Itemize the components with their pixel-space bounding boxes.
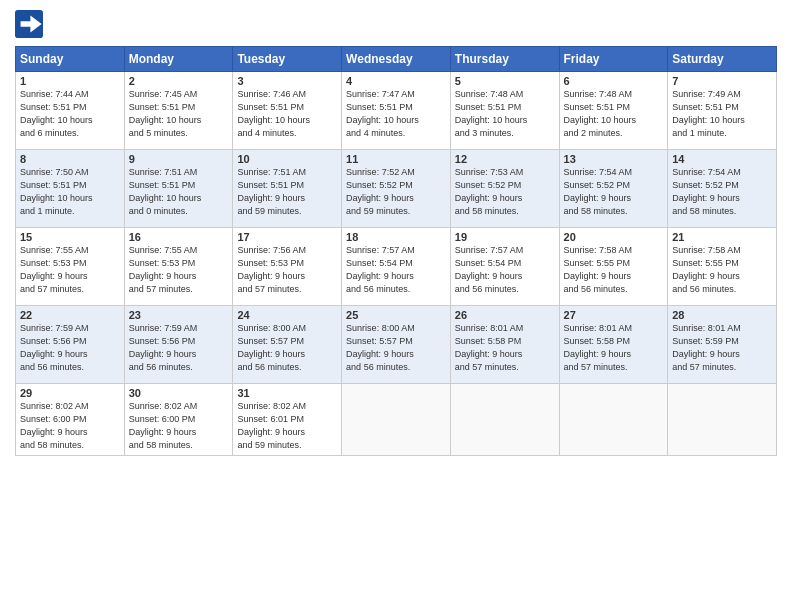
day-number: 29 (20, 387, 120, 399)
weekday-header: Wednesday (342, 47, 451, 72)
day-info: Sunrise: 7:57 AMSunset: 5:54 PMDaylight:… (346, 244, 446, 296)
day-number: 21 (672, 231, 772, 243)
logo-icon (15, 10, 43, 38)
day-info: Sunrise: 7:59 AMSunset: 5:56 PMDaylight:… (20, 322, 120, 374)
day-info: Sunrise: 7:48 AMSunset: 5:51 PMDaylight:… (455, 88, 555, 140)
day-number: 11 (346, 153, 446, 165)
calendar-cell: 31Sunrise: 8:02 AMSunset: 6:01 PMDayligh… (233, 384, 342, 456)
day-number: 27 (564, 309, 664, 321)
calendar-cell: 2Sunrise: 7:45 AMSunset: 5:51 PMDaylight… (124, 72, 233, 150)
day-number: 2 (129, 75, 229, 87)
day-number: 23 (129, 309, 229, 321)
logo (15, 10, 47, 38)
day-number: 5 (455, 75, 555, 87)
weekday-header: Saturday (668, 47, 777, 72)
day-info: Sunrise: 7:54 AMSunset: 5:52 PMDaylight:… (672, 166, 772, 218)
calendar-cell (668, 384, 777, 456)
day-number: 1 (20, 75, 120, 87)
calendar-cell: 20Sunrise: 7:58 AMSunset: 5:55 PMDayligh… (559, 228, 668, 306)
day-number: 25 (346, 309, 446, 321)
calendar-cell: 14Sunrise: 7:54 AMSunset: 5:52 PMDayligh… (668, 150, 777, 228)
calendar-cell: 17Sunrise: 7:56 AMSunset: 5:53 PMDayligh… (233, 228, 342, 306)
day-info: Sunrise: 7:55 AMSunset: 5:53 PMDaylight:… (129, 244, 229, 296)
day-info: Sunrise: 7:53 AMSunset: 5:52 PMDaylight:… (455, 166, 555, 218)
day-number: 14 (672, 153, 772, 165)
calendar-week-row: 1Sunrise: 7:44 AMSunset: 5:51 PMDaylight… (16, 72, 777, 150)
day-number: 19 (455, 231, 555, 243)
day-number: 28 (672, 309, 772, 321)
calendar-cell: 3Sunrise: 7:46 AMSunset: 5:51 PMDaylight… (233, 72, 342, 150)
day-info: Sunrise: 7:57 AMSunset: 5:54 PMDaylight:… (455, 244, 555, 296)
calendar-cell: 15Sunrise: 7:55 AMSunset: 5:53 PMDayligh… (16, 228, 125, 306)
day-info: Sunrise: 7:51 AMSunset: 5:51 PMDaylight:… (237, 166, 337, 218)
calendar-cell: 22Sunrise: 7:59 AMSunset: 5:56 PMDayligh… (16, 306, 125, 384)
calendar-header: SundayMondayTuesdayWednesdayThursdayFrid… (16, 47, 777, 72)
day-info: Sunrise: 7:50 AMSunset: 5:51 PMDaylight:… (20, 166, 120, 218)
calendar-cell: 9Sunrise: 7:51 AMSunset: 5:51 PMDaylight… (124, 150, 233, 228)
day-number: 6 (564, 75, 664, 87)
day-info: Sunrise: 8:02 AMSunset: 6:01 PMDaylight:… (237, 400, 337, 452)
day-number: 26 (455, 309, 555, 321)
calendar-week-row: 8Sunrise: 7:50 AMSunset: 5:51 PMDaylight… (16, 150, 777, 228)
day-number: 22 (20, 309, 120, 321)
day-number: 20 (564, 231, 664, 243)
calendar-cell: 12Sunrise: 7:53 AMSunset: 5:52 PMDayligh… (450, 150, 559, 228)
calendar-cell: 18Sunrise: 7:57 AMSunset: 5:54 PMDayligh… (342, 228, 451, 306)
day-info: Sunrise: 8:00 AMSunset: 5:57 PMDaylight:… (237, 322, 337, 374)
calendar-cell: 28Sunrise: 8:01 AMSunset: 5:59 PMDayligh… (668, 306, 777, 384)
day-info: Sunrise: 7:44 AMSunset: 5:51 PMDaylight:… (20, 88, 120, 140)
weekday-header: Tuesday (233, 47, 342, 72)
day-info: Sunrise: 7:55 AMSunset: 5:53 PMDaylight:… (20, 244, 120, 296)
day-info: Sunrise: 7:45 AMSunset: 5:51 PMDaylight:… (129, 88, 229, 140)
day-info: Sunrise: 8:01 AMSunset: 5:59 PMDaylight:… (672, 322, 772, 374)
day-number: 7 (672, 75, 772, 87)
calendar-cell: 1Sunrise: 7:44 AMSunset: 5:51 PMDaylight… (16, 72, 125, 150)
calendar-cell: 26Sunrise: 8:01 AMSunset: 5:58 PMDayligh… (450, 306, 559, 384)
calendar-week-row: 15Sunrise: 7:55 AMSunset: 5:53 PMDayligh… (16, 228, 777, 306)
day-info: Sunrise: 8:01 AMSunset: 5:58 PMDaylight:… (564, 322, 664, 374)
day-number: 9 (129, 153, 229, 165)
calendar-cell (450, 384, 559, 456)
day-number: 10 (237, 153, 337, 165)
calendar-cell: 5Sunrise: 7:48 AMSunset: 5:51 PMDaylight… (450, 72, 559, 150)
calendar-body: 1Sunrise: 7:44 AMSunset: 5:51 PMDaylight… (16, 72, 777, 456)
day-info: Sunrise: 7:49 AMSunset: 5:51 PMDaylight:… (672, 88, 772, 140)
day-number: 17 (237, 231, 337, 243)
calendar-cell: 6Sunrise: 7:48 AMSunset: 5:51 PMDaylight… (559, 72, 668, 150)
calendar-cell: 4Sunrise: 7:47 AMSunset: 5:51 PMDaylight… (342, 72, 451, 150)
weekday-header: Monday (124, 47, 233, 72)
day-info: Sunrise: 7:51 AMSunset: 5:51 PMDaylight:… (129, 166, 229, 218)
day-info: Sunrise: 8:00 AMSunset: 5:57 PMDaylight:… (346, 322, 446, 374)
day-number: 13 (564, 153, 664, 165)
day-number: 15 (20, 231, 120, 243)
day-number: 18 (346, 231, 446, 243)
calendar-cell: 10Sunrise: 7:51 AMSunset: 5:51 PMDayligh… (233, 150, 342, 228)
day-number: 12 (455, 153, 555, 165)
calendar-cell: 7Sunrise: 7:49 AMSunset: 5:51 PMDaylight… (668, 72, 777, 150)
calendar-cell: 27Sunrise: 8:01 AMSunset: 5:58 PMDayligh… (559, 306, 668, 384)
calendar-cell: 30Sunrise: 8:02 AMSunset: 6:00 PMDayligh… (124, 384, 233, 456)
header (15, 10, 777, 38)
weekday-header: Thursday (450, 47, 559, 72)
weekday-row: SundayMondayTuesdayWednesdayThursdayFrid… (16, 47, 777, 72)
calendar-cell: 19Sunrise: 7:57 AMSunset: 5:54 PMDayligh… (450, 228, 559, 306)
day-number: 31 (237, 387, 337, 399)
calendar-cell (559, 384, 668, 456)
calendar-cell: 13Sunrise: 7:54 AMSunset: 5:52 PMDayligh… (559, 150, 668, 228)
day-info: Sunrise: 7:46 AMSunset: 5:51 PMDaylight:… (237, 88, 337, 140)
page: SundayMondayTuesdayWednesdayThursdayFrid… (0, 0, 792, 612)
day-info: Sunrise: 7:47 AMSunset: 5:51 PMDaylight:… (346, 88, 446, 140)
weekday-header: Friday (559, 47, 668, 72)
day-number: 16 (129, 231, 229, 243)
day-info: Sunrise: 8:02 AMSunset: 6:00 PMDaylight:… (20, 400, 120, 452)
calendar-cell: 24Sunrise: 8:00 AMSunset: 5:57 PMDayligh… (233, 306, 342, 384)
day-info: Sunrise: 7:54 AMSunset: 5:52 PMDaylight:… (564, 166, 664, 218)
calendar-cell: 25Sunrise: 8:00 AMSunset: 5:57 PMDayligh… (342, 306, 451, 384)
day-number: 3 (237, 75, 337, 87)
calendar-cell (342, 384, 451, 456)
day-info: Sunrise: 7:56 AMSunset: 5:53 PMDaylight:… (237, 244, 337, 296)
day-info: Sunrise: 7:52 AMSunset: 5:52 PMDaylight:… (346, 166, 446, 218)
day-number: 8 (20, 153, 120, 165)
calendar-cell: 21Sunrise: 7:58 AMSunset: 5:55 PMDayligh… (668, 228, 777, 306)
calendar-week-row: 22Sunrise: 7:59 AMSunset: 5:56 PMDayligh… (16, 306, 777, 384)
